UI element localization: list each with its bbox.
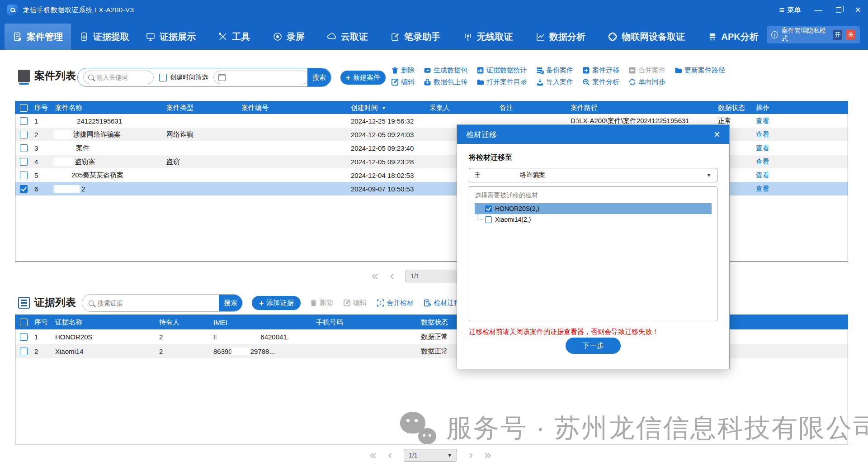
tab-label: 工具 xyxy=(232,31,250,43)
new-case-button[interactable]: + 新建案件 xyxy=(340,71,386,85)
tab-note-assistant[interactable]: 笔录助手 xyxy=(382,24,448,50)
merge-material-button[interactable]: 合并检材 xyxy=(377,299,414,307)
menu-button[interactable]: ≡ 菜单 xyxy=(779,5,801,14)
case-doc-icon xyxy=(13,32,23,42)
dialog-close-icon[interactable]: × xyxy=(714,129,720,140)
next-page-icon[interactable]: › xyxy=(469,448,473,462)
merge-case-button[interactable]: 合并案件 xyxy=(628,66,665,75)
tab-tools[interactable]: 工具 xyxy=(210,24,258,50)
col-header: 持有人 xyxy=(156,318,211,327)
privacy-on-button[interactable]: 开 xyxy=(833,30,843,40)
tab-screen-record[interactable]: 录屏 xyxy=(264,24,313,50)
edit-icon xyxy=(343,299,351,307)
prev-page-icon[interactable]: ‹ xyxy=(390,269,394,283)
merge-brackets-icon xyxy=(377,299,384,307)
row-checkbox[interactable] xyxy=(20,144,28,152)
trash-icon xyxy=(391,67,399,74)
main-nav: 案件管理 证据提取 证据展示 工具 录屏 云取证 笔录助手 无线取证 数据分析 … xyxy=(0,20,868,50)
tab-iot-forensics[interactable]: 物联网设备取证 xyxy=(599,24,693,50)
last-page-icon[interactable]: » xyxy=(485,448,491,462)
tab-case-management[interactable]: 案件管理 xyxy=(5,24,71,50)
evidence-stats-button[interactable]: 证据数据统计 xyxy=(476,66,527,75)
delete-case-button[interactable]: 删除 xyxy=(391,66,415,75)
view-link[interactable]: 查看 xyxy=(756,185,769,193)
evidence-toolbar: 删除 编辑 合并检材 检材迁移 xyxy=(310,299,461,307)
view-link[interactable]: 查看 xyxy=(756,157,769,166)
tree-checkbox[interactable] xyxy=(485,216,492,223)
tab-label: 物联网设备取证 xyxy=(622,31,685,43)
update-path-button[interactable]: 更新案件路径 xyxy=(675,66,725,75)
restore-button[interactable] xyxy=(836,7,841,13)
one-way-sync-button[interactable]: 单向同步 xyxy=(628,78,665,86)
select-all-checkbox[interactable] xyxy=(20,104,28,112)
edit-evidence-button[interactable]: 编辑 xyxy=(343,299,367,307)
tree-item-xiaomi14[interactable]: Xiaomi14(2,) xyxy=(475,214,712,225)
first-page-icon[interactable]: « xyxy=(372,269,378,283)
tab-evidence-extraction[interactable]: 证据提取 xyxy=(71,24,137,50)
close-button[interactable]: × xyxy=(855,5,861,15)
open-directory-button[interactable]: 打开案件目录 xyxy=(476,78,527,86)
migrate-material-button[interactable]: 检材迁移 xyxy=(424,299,461,307)
col-header: 操作 xyxy=(753,104,848,112)
target-case-select[interactable]: 王 络诈骗案 ▼ xyxy=(469,168,717,182)
row-checkbox[interactable] xyxy=(20,348,28,355)
col-header: 案件类型 xyxy=(164,104,239,112)
view-link[interactable]: 查看 xyxy=(756,117,769,125)
col-header-created[interactable]: 创建时间 ▼ xyxy=(348,104,427,112)
package-upload-button[interactable]: 数据包上传 xyxy=(424,78,467,86)
case-keyword-input[interactable] xyxy=(96,74,149,81)
case-table-header: 序号 案件名称 案件类型 案件编号 创建时间 ▼ 采集人 备注 案件路径 数据状… xyxy=(15,101,848,114)
date-filter-checkbox[interactable] xyxy=(159,74,167,81)
minimize-button[interactable]: — xyxy=(814,6,822,14)
tab-evidence-display[interactable]: 证据展示 xyxy=(137,24,204,50)
tab-apk-analysis[interactable]: APK分析 xyxy=(699,24,767,50)
col-header: 序号 xyxy=(32,104,52,112)
view-link[interactable]: 查看 xyxy=(756,144,769,152)
menu-label: 菜单 xyxy=(787,6,801,14)
menu-icon: ≡ xyxy=(779,5,784,14)
row-checkbox[interactable] xyxy=(20,117,28,125)
delete-evidence-button[interactable]: 删除 xyxy=(310,299,333,307)
backup-case-button[interactable]: 备份案件 xyxy=(536,66,573,75)
row-checkbox[interactable] xyxy=(20,172,28,179)
select-all-checkbox[interactable] xyxy=(20,319,28,326)
trash-icon xyxy=(310,299,317,307)
minimize-icon: — xyxy=(814,6,822,14)
folder-refresh-icon xyxy=(675,67,682,74)
case-analysis-button[interactable]: 案件分析 xyxy=(582,78,619,86)
import-case-button[interactable]: 导入案件 xyxy=(536,78,573,86)
row-checkbox[interactable] xyxy=(20,131,28,138)
tab-wireless-forensics[interactable]: 无线取证 xyxy=(455,24,521,50)
privacy-off-button[interactable]: 关 xyxy=(846,30,855,40)
col-header: 案件编号 xyxy=(239,104,348,112)
prev-page-icon[interactable]: ‹ xyxy=(388,448,392,462)
tab-cloud-forensics[interactable]: 云取证 xyxy=(319,24,376,50)
import-icon xyxy=(536,78,544,86)
page-select[interactable]: 1/1 ▼ xyxy=(404,449,457,462)
migration-warning-text: 迁移检材前请关闭该案件的证据查看器，否则会导致迁移失败！ xyxy=(469,328,717,336)
privacy-mode-label: 案件管理隐私模式 xyxy=(782,27,830,43)
first-page-icon[interactable]: « xyxy=(370,448,376,462)
tab-data-analysis[interactable]: 数据分析 xyxy=(527,24,594,50)
dialog-title: 检材迁移 xyxy=(466,129,497,140)
evidence-search-bar: 搜索 xyxy=(82,294,243,312)
row-checkbox[interactable] xyxy=(20,185,28,193)
case-migrate-button[interactable]: 案件迁移 xyxy=(582,66,619,75)
tree-item-honor20s[interactable]: HONOR20S(2,) xyxy=(475,203,712,214)
edit-case-button[interactable]: 编辑 xyxy=(391,78,415,86)
generate-package-button[interactable]: 生成数据包 xyxy=(424,66,467,75)
migrate-target-label: 将检材迁移至 xyxy=(469,153,717,162)
evidence-search-button[interactable]: 搜索 xyxy=(219,295,242,311)
row-checkbox[interactable] xyxy=(20,333,28,341)
add-evidence-button[interactable]: + 添加证据 xyxy=(252,296,301,310)
row-checkbox[interactable] xyxy=(20,158,28,166)
next-step-button[interactable]: 下一步 xyxy=(566,338,621,354)
view-link[interactable]: 查看 xyxy=(756,171,769,180)
col-header: 证据名称 xyxy=(52,318,156,327)
wechat-icon xyxy=(400,412,440,445)
case-search-button[interactable]: 搜索 xyxy=(307,68,331,86)
tree-checkbox[interactable] xyxy=(485,205,492,212)
date-range-input[interactable] xyxy=(213,71,309,84)
view-link[interactable]: 查看 xyxy=(756,130,769,139)
date-filter-toggle[interactable]: 创建时间筛选 xyxy=(159,73,208,81)
